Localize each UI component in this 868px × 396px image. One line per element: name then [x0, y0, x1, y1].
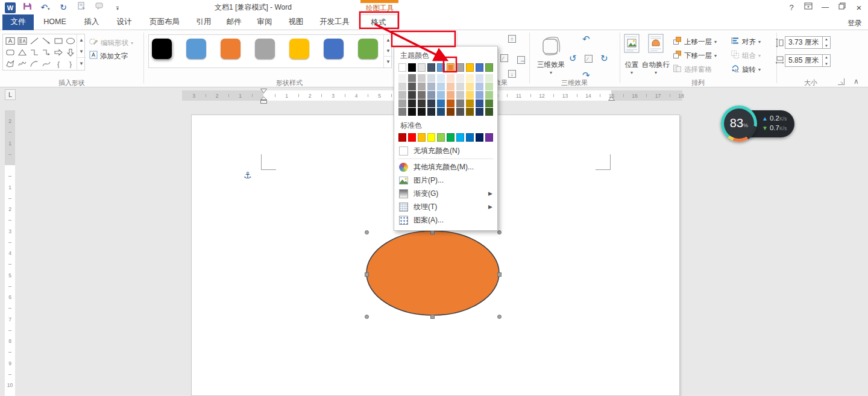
theme-variant-swatch[interactable] [476, 91, 483, 99]
hanging-indent-marker[interactable] [260, 96, 267, 104]
theme-color-swatch[interactable] [485, 63, 493, 72]
theme-variant-swatch[interactable] [398, 83, 406, 90]
curve-icon[interactable] [40, 58, 52, 69]
group-button[interactable]: 组合 ▾ [731, 49, 761, 62]
align-button[interactable]: 对齐 ▾ [731, 35, 761, 48]
wrap-text-button[interactable]: 自动换行 ▾ [641, 34, 670, 76]
fill-menu-item-1[interactable]: 无填充颜色(N) [394, 144, 497, 157]
right-brace-icon[interactable]: } [64, 58, 76, 69]
theme-color-swatch[interactable] [456, 63, 464, 72]
theme-variant-swatch[interactable] [485, 74, 493, 82]
theme-variant-swatch[interactable] [485, 99, 493, 107]
arc-icon[interactable] [28, 58, 40, 69]
spin-up-icon[interactable]: ▲ [823, 54, 830, 61]
elbow-arrow-connector-icon[interactable] [40, 46, 52, 58]
save-icon[interactable] [20, 2, 34, 13]
fill-menu-item-2[interactable]: 其他填充颜色(M)... [394, 160, 497, 174]
theme-variant-swatch[interactable] [485, 108, 493, 116]
right-arrow-icon[interactable] [52, 46, 64, 58]
standard-color-swatch[interactable] [437, 133, 445, 142]
width-spinner[interactable]: ▲▼ [822, 54, 830, 67]
theme-color-swatch[interactable] [427, 63, 435, 72]
gallery-more-icon[interactable]: ▼ [77, 57, 86, 69]
standard-color-swatch[interactable] [485, 133, 493, 142]
first-line-indent-marker[interactable] [260, 89, 267, 93]
theme-variant-swatch[interactable] [466, 108, 474, 116]
selection-pane-button[interactable]: 选择窗格 [673, 63, 712, 76]
edit-shape-button[interactable]: 编辑形状 ▾ [89, 36, 133, 49]
tab-设计[interactable]: 设计 [108, 14, 140, 30]
bring-forward-button[interactable]: 上移一层 ▾ [673, 35, 717, 48]
undo-icon[interactable]: ↶▾ [39, 2, 52, 13]
shape-style-preset[interactable] [289, 39, 309, 59]
print-preview-icon[interactable] [75, 2, 88, 13]
shape-style-preset[interactable] [324, 39, 344, 59]
standard-color-swatch[interactable] [447, 133, 454, 142]
theme-variant-swatch[interactable] [398, 74, 406, 82]
tab-审阅[interactable]: 审阅 [250, 14, 280, 30]
tab-stop-selector[interactable]: L [5, 89, 16, 100]
fill-menu-item-5[interactable]: 纹理(T)▶ [394, 200, 497, 213]
down-arrow-icon[interactable] [64, 46, 76, 58]
theme-color-swatch[interactable] [408, 63, 416, 72]
theme-variant-swatch[interactable] [427, 108, 435, 116]
shape-style-preset[interactable] [358, 39, 378, 59]
style-up-icon[interactable]: ▲ [384, 35, 392, 46]
rectangle-icon[interactable] [52, 35, 64, 46]
send-backward-button[interactable]: 下移一层 ▾ [673, 49, 717, 62]
word-logo-icon[interactable]: W [4, 2, 17, 13]
contextual-tab-group-label[interactable]: 绘图工具 [358, 4, 401, 13]
collapse-ribbon-icon[interactable]: ∧ [854, 77, 859, 86]
nudge-shadow-down-icon[interactable]: ↓ [508, 70, 516, 78]
theme-variant-swatch[interactable] [437, 91, 445, 99]
line-icon[interactable] [28, 35, 40, 46]
theme-variant-swatch[interactable] [398, 99, 406, 107]
theme-variant-swatch[interactable] [408, 83, 416, 90]
theme-variant-swatch[interactable] [476, 108, 483, 116]
standard-color-swatch[interactable] [466, 133, 474, 142]
theme-variant-swatch[interactable] [456, 74, 464, 82]
tab-视图[interactable]: 视图 [281, 14, 311, 30]
shape-style-preset[interactable] [221, 39, 241, 59]
theme-color-swatch[interactable] [437, 63, 445, 72]
isoceles-triangle-icon[interactable] [16, 46, 28, 58]
selection-handle[interactable] [497, 230, 502, 234]
theme-variant-swatch[interactable] [466, 91, 474, 99]
oval-icon[interactable] [64, 35, 76, 46]
theme-variant-swatch[interactable] [447, 91, 454, 99]
spin-down-icon[interactable]: ▼ [823, 43, 830, 49]
theme-variant-swatch[interactable] [408, 108, 416, 116]
toggle-three-d-icon[interactable]: ⁄ [585, 55, 593, 63]
customize-qat-icon[interactable]: ▾ [111, 2, 124, 13]
tab-插入[interactable]: 插入 [76, 14, 107, 30]
rounded-rectangle-icon[interactable] [4, 46, 16, 58]
standard-color-swatch[interactable] [418, 133, 426, 142]
tilt-right-icon[interactable]: ↻ [600, 53, 608, 64]
tab-邮件[interactable]: 邮件 [219, 14, 248, 30]
selection-handle[interactable] [365, 230, 369, 234]
theme-color-swatch[interactable] [398, 63, 406, 72]
gallery-up-icon[interactable]: ▲ [77, 34, 86, 46]
ellipse-shape[interactable] [362, 226, 504, 320]
tab-引用[interactable]: 引用 [189, 14, 218, 30]
theme-variant-swatch[interactable] [447, 83, 454, 90]
theme-variant-swatch[interactable] [485, 83, 493, 90]
tab-开发工具[interactable]: 开发工具 [312, 14, 357, 30]
spin-down-icon[interactable]: ▼ [823, 61, 830, 68]
theme-variant-swatch[interactable] [456, 108, 464, 116]
theme-variant-swatch[interactable] [398, 91, 406, 99]
close-icon[interactable]: × [851, 2, 867, 13]
theme-variant-swatch[interactable] [447, 108, 454, 116]
gallery-down-icon[interactable]: ▼ [77, 46, 86, 57]
selection-handle[interactable] [497, 272, 502, 277]
theme-variant-swatch[interactable] [456, 99, 464, 107]
scribble-icon[interactable] [16, 58, 28, 69]
theme-color-swatch[interactable] [418, 63, 426, 72]
restore-icon[interactable] [834, 2, 850, 13]
theme-variant-swatch[interactable] [466, 99, 474, 107]
style-more-icon[interactable]: ▼ [384, 56, 392, 67]
nudge-shadow-up-icon[interactable]: ↑ [508, 35, 516, 43]
style-down-icon[interactable]: ▼ [384, 46, 392, 56]
tab-文件[interactable]: 文件 [2, 14, 34, 30]
theme-color-swatch[interactable] [466, 63, 474, 72]
